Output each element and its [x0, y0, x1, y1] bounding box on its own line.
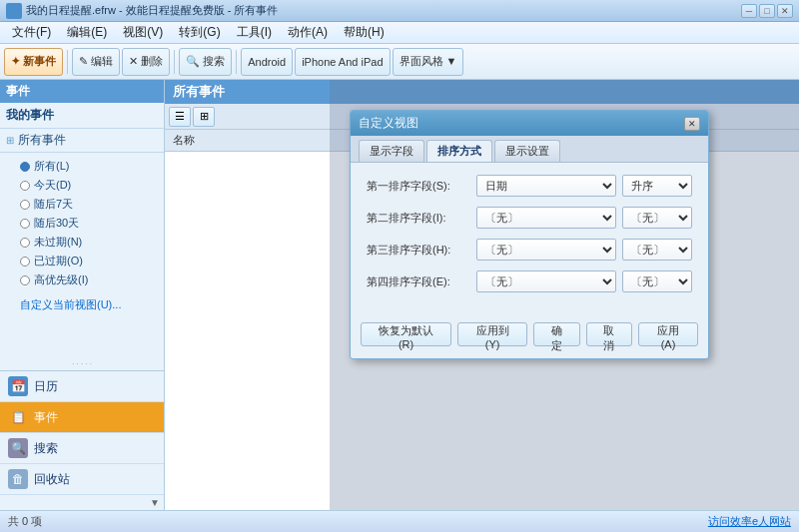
ok-button[interactable]: 确定: [533, 322, 579, 346]
view-pending-label: 未过期(N): [34, 235, 82, 250]
search-icon: 🔍: [8, 438, 28, 458]
list-view-btn[interactable]: ☰: [169, 107, 191, 127]
android-button[interactable]: Android: [241, 48, 293, 76]
view-next30[interactable]: 随后30天: [0, 214, 164, 233]
menu-action[interactable]: 动作(A): [280, 22, 336, 43]
sort-field-4[interactable]: 〔无〕 日期 名称 优先级: [476, 270, 616, 292]
events-icon: 📋: [8, 407, 28, 427]
sidebar-my-events[interactable]: 我的事件: [0, 103, 164, 129]
edit-button[interactable]: ✎ 编辑: [72, 48, 120, 76]
sort-label-4: 第四排序字段(E):: [367, 274, 476, 289]
sort-order-3[interactable]: 〔无〕 升序 降序: [622, 239, 692, 261]
sidebar-bottom-nav: 📅 日历 📋 事件 🔍 搜索 🗑 回收站 ▼: [0, 370, 164, 510]
menu-file[interactable]: 文件(F): [4, 22, 59, 43]
modal-title: 自定义视图: [359, 115, 418, 132]
menu-edit[interactable]: 编辑(E): [59, 22, 115, 43]
custom-view-dialog: 自定义视图 ✕ 显示字段 排序方式 显示设置 第一排序字段(S): 日期 名称 …: [350, 110, 709, 359]
sort-field-3[interactable]: 〔无〕 日期 名称 优先级: [476, 239, 616, 261]
view-expired-label: 已过期(O): [34, 254, 83, 268]
window-title: 我的日程提醒.efrw - 效能日程提醒免费版 - 所有事件: [26, 3, 741, 18]
nav-trash[interactable]: 🗑 回收站: [0, 464, 164, 495]
sidebar-all-events[interactable]: ⊞ 所有事件: [0, 129, 164, 153]
iphone-button[interactable]: iPhone And iPad: [295, 48, 390, 76]
search-button[interactable]: 🔍 搜索: [179, 48, 232, 76]
view-highpri[interactable]: 高优先级(I): [0, 270, 164, 289]
menu-help[interactable]: 帮助(H): [336, 22, 393, 43]
toolbar: ✦ 新事件 ✎ 编辑 ✕ 删除 🔍 搜索 Android iPhone And …: [0, 44, 799, 80]
close-button[interactable]: ✕: [777, 4, 793, 18]
website-link[interactable]: 访问效率e人网站: [708, 514, 791, 529]
minimize-button[interactable]: ─: [741, 4, 757, 18]
nav-search-label: 搜索: [34, 440, 58, 457]
modal-titlebar: 自定义视图 ✕: [351, 111, 708, 136]
sort-label-1: 第一排序字段(S):: [367, 179, 476, 194]
radio-today: [20, 181, 30, 191]
tab-sort-order[interactable]: 排序方式: [426, 140, 492, 162]
title-bar: 我的日程提醒.efrw - 效能日程提醒免费版 - 所有事件 ─ □ ✕: [0, 0, 799, 22]
modal-body: 第一排序字段(S): 日期 名称 优先级 地点 升序 降序: [351, 163, 708, 314]
grid-view-btn[interactable]: ⊞: [193, 107, 215, 127]
menu-goto[interactable]: 转到(G): [171, 22, 228, 43]
view-expired[interactable]: 已过期(O): [0, 252, 164, 270]
app-icon: [6, 3, 22, 19]
view-today[interactable]: 今天(D): [0, 176, 164, 195]
maximize-button[interactable]: □: [759, 4, 775, 18]
status-bar: 共 0 项 访问效率e人网站: [0, 510, 799, 532]
window-controls: ─ □ ✕: [741, 4, 793, 18]
view-today-label: 今天(D): [34, 178, 71, 193]
tab-display-fields[interactable]: 显示字段: [359, 140, 424, 162]
radio-highpri: [20, 275, 30, 285]
nav-search[interactable]: 🔍 搜索: [0, 433, 164, 464]
cancel-button[interactable]: 取消: [586, 322, 632, 346]
radio-pending: [20, 238, 30, 248]
sort-row-1: 第一排序字段(S): 日期 名称 优先级 地点 升序 降序: [367, 175, 692, 197]
style-button[interactable]: 界面风格 ▼: [393, 48, 464, 76]
status-count: 共 0 项: [8, 514, 42, 529]
modal-tabs: 显示字段 排序方式 显示设置: [351, 136, 708, 163]
radio-next30: [20, 219, 30, 229]
nav-calendar-label: 日历: [34, 378, 58, 395]
sort-order-1[interactable]: 升序 降序: [622, 175, 692, 197]
view-pending[interactable]: 未过期(N): [0, 233, 164, 252]
group-icon: ⊞: [6, 135, 14, 146]
sort-row-4: 第四排序字段(E): 〔无〕 日期 名称 优先级 〔无〕 升序 降序: [367, 270, 692, 292]
radio-next7: [20, 200, 30, 210]
view-next7[interactable]: 随后7天: [0, 195, 164, 214]
custom-view-link[interactable]: 自定义当前视图(U)...: [0, 293, 164, 316]
sort-field-1[interactable]: 日期 名称 优先级 地点: [476, 175, 616, 197]
sort-row-3: 第三排序字段(H): 〔无〕 日期 名称 优先级 〔无〕 升序 降序: [367, 239, 692, 261]
modal-overlay: 自定义视图 ✕ 显示字段 排序方式 显示设置 第一排序字段(S): 日期 名称 …: [330, 80, 799, 510]
sort-field-2[interactable]: 〔无〕 日期 名称 优先级: [476, 207, 616, 229]
sort-order-2[interactable]: 〔无〕 升序 降序: [622, 207, 692, 229]
menu-bar: 文件(F) 编辑(E) 视图(V) 转到(G) 工具(I) 动作(A) 帮助(H…: [0, 22, 799, 44]
modal-buttons: 恢复为默认(R) 应用到(Y) 确定 取消 应用(A): [351, 314, 708, 358]
nav-trash-label: 回收站: [34, 471, 70, 488]
calendar-icon: 📅: [8, 376, 28, 396]
sidebar-views: 所有(L) 今天(D) 随后7天 随后30天 未过期(N) 已过期(O): [0, 153, 164, 293]
nav-events[interactable]: 📋 事件: [0, 402, 164, 433]
tab-display-settings[interactable]: 显示设置: [494, 140, 560, 162]
toolbar-separator-3: [236, 50, 237, 74]
modal-close-button[interactable]: ✕: [684, 117, 700, 131]
all-events-label: 所有事件: [18, 132, 66, 149]
view-highpri-label: 高优先级(I): [34, 272, 88, 287]
sidebar-collapse-btn[interactable]: ▼: [0, 495, 164, 510]
new-event-button[interactable]: ✦ 新事件: [4, 48, 63, 76]
sort-label-3: 第三排序字段(H):: [367, 243, 476, 258]
main-area: 事件 我的事件 ⊞ 所有事件 所有(L) 今天(D) 随后7天 随后30天: [0, 80, 799, 510]
sidebar-dots: · · · · ·: [0, 357, 164, 370]
view-next30-label: 随后30天: [34, 216, 79, 231]
view-next7-label: 随后7天: [34, 197, 73, 212]
trash-icon: 🗑: [8, 469, 28, 489]
sort-order-4[interactable]: 〔无〕 升序 降序: [622, 270, 692, 292]
toolbar-separator-2: [174, 50, 175, 74]
apply-to-button[interactable]: 应用到(Y): [457, 322, 527, 346]
view-all[interactable]: 所有(L): [0, 157, 164, 176]
nav-calendar[interactable]: 📅 日历: [0, 371, 164, 402]
apply-button[interactable]: 应用(A): [638, 322, 698, 346]
delete-button[interactable]: ✕ 删除: [122, 48, 170, 76]
restore-default-button[interactable]: 恢复为默认(R): [361, 322, 451, 346]
menu-tools[interactable]: 工具(I): [229, 22, 280, 43]
menu-view[interactable]: 视图(V): [115, 22, 171, 43]
sidebar-spacer: [0, 316, 164, 357]
